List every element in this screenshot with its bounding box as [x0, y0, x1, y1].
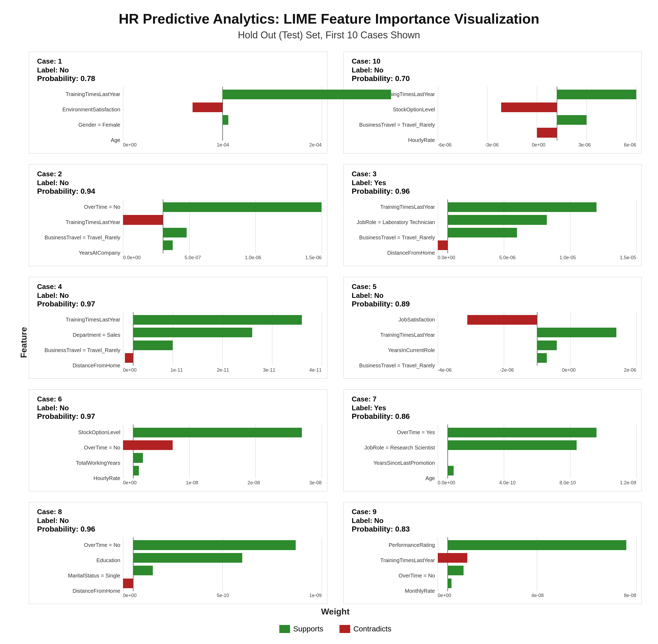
chart-area-case4: TrainingTimesLastYearDepartment = SalesB… — [37, 312, 322, 373]
y-label-case3-3: DistanceFromHome — [387, 250, 435, 256]
x-tick-case1-2: 2e-04 — [309, 142, 322, 148]
chart-area-case8: OverTime = NoEducationMaritalStatus = Si… — [37, 537, 322, 598]
x-tick-case2-3: 1.5e-06 — [305, 255, 322, 260]
full-chart: Feature Case: 1Label: NoProbability: 0.7… — [16, 51, 642, 633]
y-labels-case3: TrainingTimesLastYearJobRole = Laborator… — [352, 199, 438, 260]
y-label-case4-3: DistanceFromHome — [72, 362, 120, 369]
x-axis-case10: -6e-06-3e-060e+003e-066e-06 — [438, 142, 637, 148]
chart-panel-case3: Case: 3Label: YesProbability: 0.96Traini… — [344, 164, 642, 266]
y-label-case6-3: HourlyRate — [93, 475, 120, 481]
y-label-case4-0: TrainingTimesLastYear — [66, 316, 120, 323]
y-label-case7-2: YearsSinceLastPromotion — [373, 460, 435, 466]
legend-contradicts: Contradicts — [339, 625, 392, 633]
x-tick-case7-0: 0.0e+00 — [438, 480, 456, 486]
grid-line-case7-3 — [636, 424, 637, 479]
x-tick-case3-0: 0.0e+00 — [438, 255, 456, 260]
bar-case2-1 — [123, 215, 163, 225]
case-header-case1: Case: 1 — [37, 57, 322, 66]
case-header-case5: Case: 5 — [352, 282, 637, 291]
chart-area-case7: OverTime = YesJobRole = Research Scienti… — [352, 424, 637, 486]
chart-panel-case2: Case: 2Label: NoProbability: 0.94OverTim… — [29, 164, 327, 266]
case-header-case2: Case: 2 — [37, 170, 322, 178]
main-title: HR Predictive Analytics: LIME Feature Im… — [119, 11, 539, 27]
weight-label: Weight — [29, 607, 642, 617]
y-label-case5-2: YearsInCurrentRole — [388, 347, 435, 353]
y-label-case5-1: TrainingTimesLastYear — [380, 332, 435, 338]
y-label-case7-0: OverTime = Yes — [397, 429, 435, 436]
case-prob-case9: Probability: 0.83 — [352, 525, 637, 533]
y-label-case8-3: DistanceFromHome — [72, 588, 120, 594]
x-tick-case6-3: 3e-08 — [309, 480, 322, 486]
y-label-case3-1: JobRole = Laboratory Technician — [357, 219, 435, 225]
bar-case3-2 — [447, 228, 517, 237]
x-tick-case9-0: 0e+00 — [438, 593, 452, 598]
bar-case9-3 — [447, 578, 452, 588]
chart-panel-case7: Case: 7Label: YesProbability: 0.86OverTi… — [344, 389, 642, 491]
legend-supports: Supports — [279, 625, 323, 633]
x-tick-case10-1: -3e-06 — [485, 142, 499, 148]
x-tick-case6-2: 2e-08 — [248, 480, 260, 486]
bar-case9-2 — [447, 566, 463, 575]
x-axis-case1: 0e+001e-042e-04 — [123, 142, 322, 148]
x-tick-case3-3: 1.5e-05 — [620, 255, 636, 260]
bars-wrapper-case6 — [123, 424, 322, 479]
legend-red-box — [339, 625, 350, 633]
x-tick-case1-1: 1e-04 — [217, 142, 229, 148]
y-label-case1-0: TrainingTimesLastYear — [66, 91, 120, 97]
grid-line-case5-3 — [636, 312, 637, 366]
legend-supports-label: Supports — [293, 625, 323, 633]
y-label-case2-2: BusinessTravel = Travel_Rarely — [45, 234, 120, 241]
case-prob-case10: Probability: 0.70 — [352, 74, 637, 83]
case-header-case8: Case: 8 — [37, 508, 322, 516]
bars-wrapper-case5 — [438, 312, 637, 366]
bar-case3-1 — [447, 215, 547, 225]
bar-case1-0 — [222, 90, 391, 99]
chart-inner-case7: 0.0e+004.0e-108.0e-101.2e-09 — [438, 424, 637, 486]
bar-case4-2 — [133, 341, 173, 350]
case-prob-case2: Probability: 0.94 — [37, 187, 322, 196]
x-tick-case3-1: 5.0e-06 — [499, 255, 516, 260]
case-label-case9: Label: No — [352, 516, 637, 525]
grid-line-case10-1 — [487, 87, 487, 141]
x-tick-case10-3: 3e-06 — [578, 142, 591, 148]
chart-panel-case1: Case: 1Label: NoProbability: 0.78Trainin… — [29, 51, 327, 154]
y-label-case6-2: TotalWorkingYears — [76, 460, 120, 466]
bar-case6-2 — [133, 453, 143, 463]
grid-line-case2-0 — [123, 199, 123, 253]
bar-case10-2 — [557, 115, 587, 125]
y-label-case1-3: Age — [111, 137, 120, 143]
bars-wrapper-case10 — [438, 87, 637, 141]
case-label-case2: Label: No — [37, 179, 322, 187]
x-tick-case4-1: 1e-11 — [171, 367, 183, 373]
y-label-case9-1: TrainingTimesLastYear — [380, 557, 435, 564]
x-axis-case2: 0.0e+005.0e-071.0e-061.5e-06 — [123, 255, 322, 260]
y-labels-case9: PerformanceRatingTrainingTimesLastYearOv… — [352, 537, 438, 598]
y-label-case2-3: YearsAtCompany — [79, 250, 120, 256]
bar-case8-0 — [133, 540, 296, 550]
chart-inner-case5: -4e-06-2e-060e+002e-06 — [438, 312, 637, 373]
x-tick-case5-3: 2e-06 — [624, 367, 636, 373]
chart-inner-case2: 0.0e+005.0e-071.0e-061.5e-06 — [123, 199, 322, 260]
y-label-case5-3: BusinessTravel = Travel_Rarely — [359, 362, 435, 369]
bar-case2-3 — [163, 240, 173, 250]
bar-case5-3 — [537, 353, 547, 363]
chart-panel-case4: Case: 4Label: NoProbability: 0.97Trainin… — [29, 277, 327, 379]
case-header-case6: Case: 6 — [37, 395, 322, 403]
chart-inner-case8: 0e+005e-101e-09 — [123, 537, 322, 598]
bar-case1-2 — [222, 115, 228, 125]
bars-wrapper-case1 — [123, 87, 322, 141]
chart-area-case3: TrainingTimesLastYearJobRole = Laborator… — [352, 199, 637, 260]
bar-case5-0 — [467, 315, 537, 325]
grid-line-case6-0 — [123, 424, 123, 479]
x-axis-case8: 0e+005e-101e-09 — [123, 593, 322, 598]
y-label-case8-1: Education — [96, 557, 120, 564]
bars-wrapper-case9 — [438, 537, 637, 591]
case-label-case6: Label: No — [37, 404, 322, 412]
y-label-case10-2: BusinessTravel = Travel_Rarely — [359, 121, 435, 128]
case-header-case3: Case: 3 — [352, 170, 637, 178]
grid-line-case4-0 — [123, 312, 123, 366]
bar-case4-1 — [133, 328, 252, 337]
x-axis-case9: 0e+004e-088e-08 — [438, 593, 637, 598]
case-prob-case4: Probability: 0.97 — [37, 300, 322, 308]
y-label-case5-0: JobSatisfaction — [399, 316, 435, 323]
